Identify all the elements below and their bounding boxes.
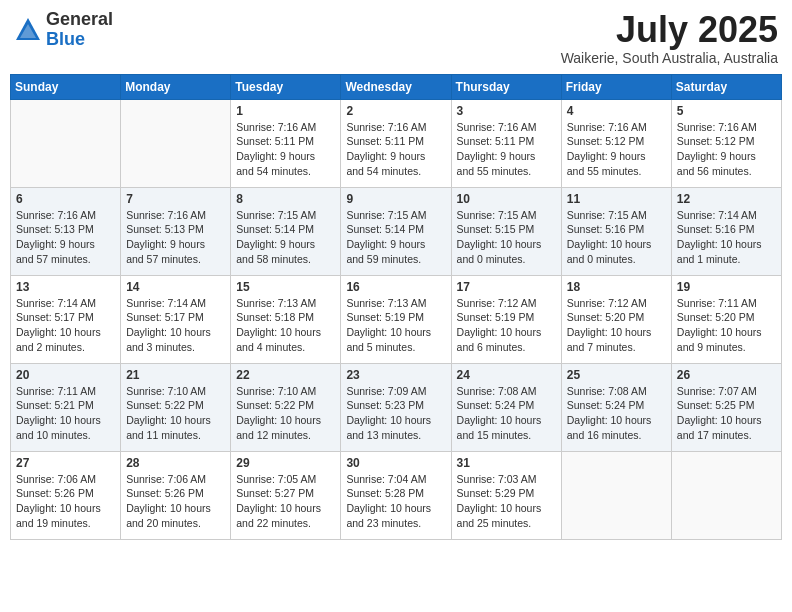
day-number: 7 [126,192,225,206]
weekday-header-friday: Friday [561,74,671,99]
day-info: Sunrise: 7:04 AM Sunset: 5:28 PM Dayligh… [346,472,445,531]
day-number: 29 [236,456,335,470]
day-info: Sunrise: 7:14 AM Sunset: 5:16 PM Dayligh… [677,208,776,267]
calendar-cell: 2Sunrise: 7:16 AM Sunset: 5:11 PM Daylig… [341,99,451,187]
day-info: Sunrise: 7:16 AM Sunset: 5:11 PM Dayligh… [346,120,445,179]
day-number: 16 [346,280,445,294]
day-info: Sunrise: 7:16 AM Sunset: 5:12 PM Dayligh… [567,120,666,179]
day-info: Sunrise: 7:03 AM Sunset: 5:29 PM Dayligh… [457,472,556,531]
calendar-cell: 11Sunrise: 7:15 AM Sunset: 5:16 PM Dayli… [561,187,671,275]
location: Waikerie, South Australia, Australia [561,50,778,66]
day-info: Sunrise: 7:16 AM Sunset: 5:11 PM Dayligh… [236,120,335,179]
calendar-cell: 10Sunrise: 7:15 AM Sunset: 5:15 PM Dayli… [451,187,561,275]
day-info: Sunrise: 7:16 AM Sunset: 5:12 PM Dayligh… [677,120,776,179]
day-number: 21 [126,368,225,382]
calendar-cell: 12Sunrise: 7:14 AM Sunset: 5:16 PM Dayli… [671,187,781,275]
weekday-header-row: SundayMondayTuesdayWednesdayThursdayFrid… [11,74,782,99]
day-info: Sunrise: 7:12 AM Sunset: 5:19 PM Dayligh… [457,296,556,355]
calendar-cell: 24Sunrise: 7:08 AM Sunset: 5:24 PM Dayli… [451,363,561,451]
day-info: Sunrise: 7:10 AM Sunset: 5:22 PM Dayligh… [126,384,225,443]
day-info: Sunrise: 7:09 AM Sunset: 5:23 PM Dayligh… [346,384,445,443]
day-number: 28 [126,456,225,470]
day-info: Sunrise: 7:06 AM Sunset: 5:26 PM Dayligh… [16,472,115,531]
weekday-header-wednesday: Wednesday [341,74,451,99]
logo: General Blue [14,10,113,50]
calendar-cell: 17Sunrise: 7:12 AM Sunset: 5:19 PM Dayli… [451,275,561,363]
day-info: Sunrise: 7:07 AM Sunset: 5:25 PM Dayligh… [677,384,776,443]
day-number: 8 [236,192,335,206]
calendar-cell: 19Sunrise: 7:11 AM Sunset: 5:20 PM Dayli… [671,275,781,363]
weekday-header-monday: Monday [121,74,231,99]
day-number: 9 [346,192,445,206]
day-number: 18 [567,280,666,294]
day-number: 4 [567,104,666,118]
day-number: 2 [346,104,445,118]
day-number: 25 [567,368,666,382]
day-number: 3 [457,104,556,118]
calendar-cell: 4Sunrise: 7:16 AM Sunset: 5:12 PM Daylig… [561,99,671,187]
day-number: 30 [346,456,445,470]
weekday-header-saturday: Saturday [671,74,781,99]
day-info: Sunrise: 7:08 AM Sunset: 5:24 PM Dayligh… [567,384,666,443]
logo-blue: Blue [46,29,85,49]
calendar-cell: 16Sunrise: 7:13 AM Sunset: 5:19 PM Dayli… [341,275,451,363]
calendar-cell: 15Sunrise: 7:13 AM Sunset: 5:18 PM Dayli… [231,275,341,363]
day-info: Sunrise: 7:13 AM Sunset: 5:19 PM Dayligh… [346,296,445,355]
calendar-cell: 31Sunrise: 7:03 AM Sunset: 5:29 PM Dayli… [451,451,561,539]
day-info: Sunrise: 7:11 AM Sunset: 5:21 PM Dayligh… [16,384,115,443]
day-info: Sunrise: 7:14 AM Sunset: 5:17 PM Dayligh… [16,296,115,355]
day-number: 12 [677,192,776,206]
day-number: 31 [457,456,556,470]
day-info: Sunrise: 7:15 AM Sunset: 5:15 PM Dayligh… [457,208,556,267]
calendar-cell [11,99,121,187]
day-number: 23 [346,368,445,382]
day-number: 15 [236,280,335,294]
day-number: 1 [236,104,335,118]
day-number: 17 [457,280,556,294]
day-info: Sunrise: 7:16 AM Sunset: 5:13 PM Dayligh… [126,208,225,267]
calendar-cell: 1Sunrise: 7:16 AM Sunset: 5:11 PM Daylig… [231,99,341,187]
calendar-cell: 18Sunrise: 7:12 AM Sunset: 5:20 PM Dayli… [561,275,671,363]
calendar-cell [121,99,231,187]
calendar-cell [561,451,671,539]
calendar-cell: 28Sunrise: 7:06 AM Sunset: 5:26 PM Dayli… [121,451,231,539]
calendar-cell: 21Sunrise: 7:10 AM Sunset: 5:22 PM Dayli… [121,363,231,451]
day-info: Sunrise: 7:15 AM Sunset: 5:14 PM Dayligh… [346,208,445,267]
calendar-cell: 23Sunrise: 7:09 AM Sunset: 5:23 PM Dayli… [341,363,451,451]
calendar-cell: 8Sunrise: 7:15 AM Sunset: 5:14 PM Daylig… [231,187,341,275]
day-number: 5 [677,104,776,118]
day-info: Sunrise: 7:14 AM Sunset: 5:17 PM Dayligh… [126,296,225,355]
weekday-header-tuesday: Tuesday [231,74,341,99]
calendar-table: SundayMondayTuesdayWednesdayThursdayFrid… [10,74,782,540]
day-info: Sunrise: 7:06 AM Sunset: 5:26 PM Dayligh… [126,472,225,531]
calendar-cell: 29Sunrise: 7:05 AM Sunset: 5:27 PM Dayli… [231,451,341,539]
weekday-header-sunday: Sunday [11,74,121,99]
calendar-cell: 5Sunrise: 7:16 AM Sunset: 5:12 PM Daylig… [671,99,781,187]
day-info: Sunrise: 7:16 AM Sunset: 5:13 PM Dayligh… [16,208,115,267]
day-number: 13 [16,280,115,294]
calendar-cell: 14Sunrise: 7:14 AM Sunset: 5:17 PM Dayli… [121,275,231,363]
logo-general: General [46,9,113,29]
day-info: Sunrise: 7:05 AM Sunset: 5:27 PM Dayligh… [236,472,335,531]
weekday-header-thursday: Thursday [451,74,561,99]
day-info: Sunrise: 7:11 AM Sunset: 5:20 PM Dayligh… [677,296,776,355]
day-info: Sunrise: 7:15 AM Sunset: 5:14 PM Dayligh… [236,208,335,267]
day-number: 20 [16,368,115,382]
day-number: 27 [16,456,115,470]
day-info: Sunrise: 7:12 AM Sunset: 5:20 PM Dayligh… [567,296,666,355]
title-block: July 2025 Waikerie, South Australia, Aus… [561,10,778,66]
day-number: 10 [457,192,556,206]
calendar-week-row: 27Sunrise: 7:06 AM Sunset: 5:26 PM Dayli… [11,451,782,539]
month-year: July 2025 [561,10,778,50]
calendar-cell: 30Sunrise: 7:04 AM Sunset: 5:28 PM Dayli… [341,451,451,539]
page-header: General Blue July 2025 Waikerie, South A… [10,10,782,66]
day-number: 24 [457,368,556,382]
calendar-cell: 3Sunrise: 7:16 AM Sunset: 5:11 PM Daylig… [451,99,561,187]
calendar-cell: 9Sunrise: 7:15 AM Sunset: 5:14 PM Daylig… [341,187,451,275]
day-number: 26 [677,368,776,382]
day-number: 19 [677,280,776,294]
calendar-cell: 22Sunrise: 7:10 AM Sunset: 5:22 PM Dayli… [231,363,341,451]
day-number: 11 [567,192,666,206]
day-number: 14 [126,280,225,294]
calendar-cell: 6Sunrise: 7:16 AM Sunset: 5:13 PM Daylig… [11,187,121,275]
